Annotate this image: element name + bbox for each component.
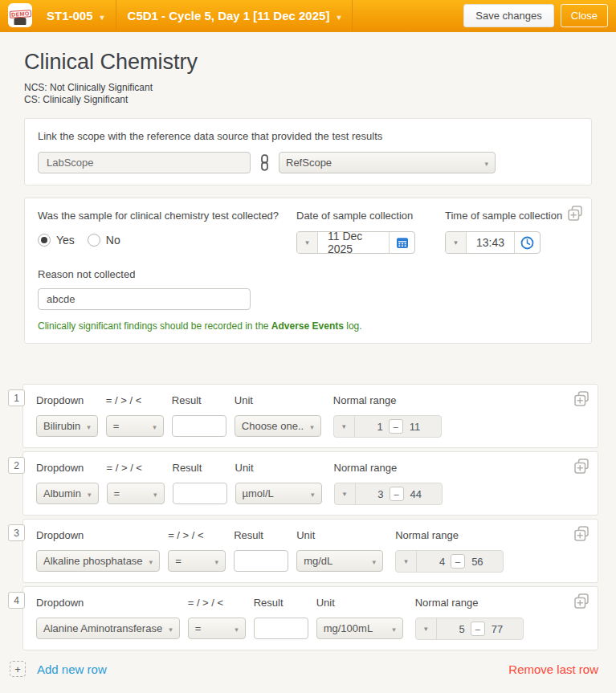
column-label-range: Normal range bbox=[415, 597, 524, 609]
row-number-badge: 3 bbox=[8, 524, 25, 541]
clock-icon[interactable] bbox=[514, 232, 540, 253]
demo-badge: DEMO bbox=[9, 10, 31, 18]
range-high-value: 44 bbox=[404, 488, 422, 500]
radio-circle bbox=[38, 234, 51, 247]
chevron-down-icon[interactable] bbox=[446, 232, 467, 253]
unit-dropdown[interactable]: µmol/L bbox=[235, 483, 322, 504]
reason-input[interactable] bbox=[38, 288, 251, 310]
lab-scope-input[interactable] bbox=[38, 152, 251, 173]
test-rows: 1 Dropdown Bilirubin = / > / < = bbox=[22, 384, 598, 650]
scope-link-label: Link the scope with the reference data s… bbox=[38, 130, 578, 142]
normal-range-group[interactable]: 3 44 bbox=[334, 483, 443, 505]
remove-last-row-button[interactable]: Remove last row bbox=[508, 662, 598, 676]
operator-dropdown[interactable]: = bbox=[168, 550, 226, 572]
radio-yes[interactable]: Yes bbox=[38, 234, 75, 247]
chevron-down-icon bbox=[80, 420, 91, 432]
operator-value: = bbox=[113, 420, 120, 432]
unit-value: µmol/L bbox=[243, 487, 274, 499]
chevron-down-icon bbox=[100, 9, 104, 22]
plus-icon[interactable] bbox=[10, 661, 26, 677]
range-dash-icon bbox=[390, 487, 404, 501]
column-label-dropdown: Dropdown bbox=[36, 394, 98, 406]
column-label-operator: = / > / < bbox=[107, 462, 165, 474]
date-input[interactable]: 11 Dec 2025 bbox=[296, 231, 415, 254]
calendar-icon[interactable] bbox=[389, 232, 414, 253]
note-bold: Adverse Events bbox=[271, 320, 344, 332]
range-low-value: 5 bbox=[437, 623, 471, 635]
time-label: Time of sample collection bbox=[445, 210, 562, 222]
chevron-down-icon[interactable] bbox=[416, 618, 437, 639]
column-label-dropdown: Dropdown bbox=[36, 462, 99, 474]
visit-label: C5D1 - Cycle 5, Day 1 [11 Dec 2025] bbox=[128, 9, 330, 22]
subject-label: ST1-005 bbox=[47, 9, 93, 22]
result-input[interactable] bbox=[172, 415, 226, 437]
radio-no[interactable]: No bbox=[88, 234, 120, 247]
visit-dropdown[interactable]: C5D1 - Cycle 5, Day 1 [11 Dec 2025] bbox=[116, 0, 353, 31]
copy-icon[interactable] bbox=[573, 389, 591, 408]
analyte-dropdown[interactable]: Alanine Aminotransferase bbox=[36, 618, 180, 639]
copy-icon[interactable] bbox=[573, 457, 591, 475]
copy-icon[interactable] bbox=[566, 204, 585, 222]
add-new-row-button[interactable]: Add new row bbox=[10, 661, 107, 677]
unit-dropdown[interactable]: mg/dL bbox=[296, 550, 383, 572]
page-title: Clinical Chemistry bbox=[24, 50, 592, 75]
copy-icon[interactable] bbox=[573, 592, 591, 610]
test-row-card: Dropdown Alkaline phosphatase = / > / < … bbox=[22, 519, 598, 583]
column-label-operator: = / > / < bbox=[106, 394, 164, 406]
header-divider bbox=[352, 0, 353, 31]
chevron-down-icon bbox=[228, 622, 239, 634]
ref-scope-dropdown[interactable]: RefScope bbox=[279, 152, 496, 173]
subject-dropdown[interactable]: ST1-005 bbox=[35, 0, 116, 31]
copy-icon[interactable] bbox=[573, 524, 591, 543]
column-label-unit: Unit bbox=[235, 462, 322, 474]
result-input[interactable] bbox=[234, 550, 288, 572]
save-changes-button[interactable]: Save changes bbox=[463, 4, 553, 27]
column-label-dropdown: Dropdown bbox=[36, 529, 160, 541]
range-dash-icon bbox=[389, 419, 403, 434]
normal-range-group[interactable]: 4 56 bbox=[395, 550, 504, 573]
unit-value: mg/dL bbox=[304, 555, 332, 567]
operator-dropdown[interactable]: = bbox=[107, 483, 165, 504]
app-logo[interactable]: DEMO bbox=[8, 3, 32, 27]
row-number-badge: 1 bbox=[8, 389, 25, 406]
column-label-range: Normal range bbox=[334, 462, 443, 474]
chevron-down-icon bbox=[146, 420, 157, 432]
unit-dropdown[interactable]: mg/100mL bbox=[316, 618, 403, 639]
stamp-icon bbox=[14, 18, 27, 25]
time-input[interactable]: 13:43 bbox=[445, 231, 541, 254]
normal-range-group[interactable]: 1 11 bbox=[333, 415, 442, 438]
chevron-down-icon bbox=[366, 555, 377, 567]
clinical-note: Clinically significant findings should b… bbox=[38, 320, 578, 332]
note-text: Clinically significant findings should b… bbox=[38, 320, 271, 332]
column-label-operator: = / > / < bbox=[168, 529, 226, 541]
result-input[interactable] bbox=[254, 618, 308, 639]
rows-footer: Add new row Remove last row bbox=[10, 661, 598, 677]
normal-range-group[interactable]: 5 77 bbox=[415, 618, 524, 640]
chevron-down-icon[interactable] bbox=[297, 232, 318, 253]
analyte-dropdown[interactable]: Alkaline phosphatase bbox=[36, 550, 160, 572]
operator-dropdown[interactable]: = bbox=[106, 415, 164, 437]
chevron-down-icon bbox=[304, 487, 315, 499]
analyte-dropdown[interactable]: Albumin bbox=[36, 483, 99, 504]
chevron-down-icon[interactable] bbox=[334, 416, 355, 437]
chevron-down-icon bbox=[81, 487, 92, 499]
chevron-down-icon[interactable] bbox=[396, 551, 417, 572]
add-new-row-label: Add new row bbox=[37, 662, 107, 676]
unit-value: Choose one.. bbox=[242, 420, 304, 432]
test-row-card: Dropdown Bilirubin = / > / < = Result bbox=[22, 384, 598, 448]
range-low-value: 1 bbox=[355, 421, 389, 433]
chevron-down-icon bbox=[337, 9, 341, 22]
operator-dropdown[interactable]: = bbox=[188, 618, 246, 639]
radio-yes-label: Yes bbox=[56, 234, 75, 247]
close-button[interactable]: Close bbox=[561, 4, 608, 27]
column-label-unit: Unit bbox=[235, 394, 321, 406]
result-input[interactable] bbox=[173, 483, 227, 504]
range-dash-icon bbox=[471, 622, 485, 636]
column-label-dropdown: Dropdown bbox=[36, 597, 180, 609]
chevron-down-icon[interactable] bbox=[335, 483, 356, 504]
unit-value: mg/100mL bbox=[324, 622, 373, 634]
analyte-dropdown[interactable]: Bilirubin bbox=[36, 415, 98, 437]
range-dash-icon bbox=[451, 554, 465, 569]
operator-value: = bbox=[114, 487, 120, 499]
unit-dropdown[interactable]: Choose one.. bbox=[235, 415, 321, 437]
